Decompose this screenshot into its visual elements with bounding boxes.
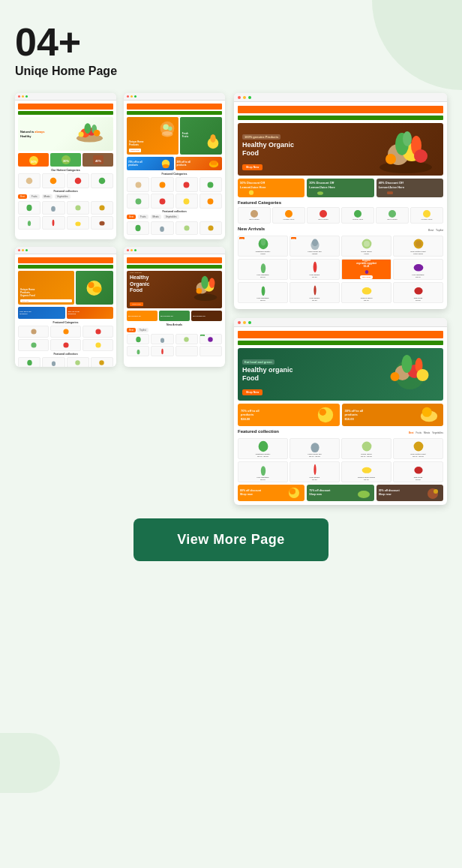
prod-title-4: Raw mutton milletStore name xyxy=(411,251,426,255)
tab-veg: Vegetables xyxy=(55,194,70,199)
counter-display: 04+ xyxy=(15,23,447,62)
rl-hero-img-2 xyxy=(380,350,440,398)
svg-point-49 xyxy=(93,287,102,293)
svg-point-64 xyxy=(209,278,215,288)
svg-point-106 xyxy=(317,407,332,422)
mini-products-row-1 xyxy=(18,173,113,188)
disc-blue-3: 70% off to allproducts xyxy=(18,307,65,319)
mini-nav-bar xyxy=(18,111,113,115)
large-screenshot-2: Eat local and green Healthy organicFood … xyxy=(234,318,447,505)
svg-point-67 xyxy=(160,338,164,342)
mini-featured-grid-sc2 xyxy=(127,221,222,235)
feat-3 xyxy=(67,201,89,215)
prod-title-6: Chilli pepper$1.20 xyxy=(310,274,320,278)
hero-panel-right: FreshFruits xyxy=(180,117,222,155)
rl-nav-1 xyxy=(238,116,443,120)
hero-btn-2: Shop Now xyxy=(129,149,141,152)
rl-cat-circle-5 xyxy=(388,210,396,218)
svg-point-36 xyxy=(159,182,165,188)
svg-point-48 xyxy=(88,282,94,288)
rl-hero-text-2: Eat local and green Healthy organicFood … xyxy=(242,353,293,396)
svg-point-115 xyxy=(314,464,316,474)
d-green-4 xyxy=(134,249,136,251)
sale-tag: SALE xyxy=(200,335,205,336)
svg-rect-34 xyxy=(211,161,218,165)
rl-cat-4: Unique Juice xyxy=(341,207,374,224)
rl-bottom-disc-2: 75% off discountShop now xyxy=(307,485,374,501)
svg-point-68 xyxy=(184,337,188,341)
tab-arr-toplist: Toplist xyxy=(436,229,443,232)
screenshots-grid: Natural is alwaysHealthy xyxy=(15,93,447,505)
svg-point-28 xyxy=(168,126,172,131)
rl-banner-brown-text: 40% Discount OffLemon/Juice Here xyxy=(379,181,404,189)
svg-point-65 xyxy=(196,288,202,294)
svg-point-60 xyxy=(194,294,217,302)
feat-sc2-2 xyxy=(151,221,173,235)
disc-4-1: 50% Discount Off xyxy=(127,311,158,321)
rl-cat-1: Best Selling xyxy=(238,207,271,224)
rl-disc-text-1: 70% off to allproducts$24.00 xyxy=(241,409,260,422)
new-4-4: SALE xyxy=(200,334,222,344)
feat-prod-title-6: Chilli pepper$1.20 xyxy=(310,476,320,481)
rl-feat-prod-5: Fire vegetable$3.40 xyxy=(238,461,288,482)
rl-bottom-disc-text-1: 80% off discountShop now xyxy=(240,489,261,496)
svg-point-23 xyxy=(75,222,80,227)
svg-point-122 xyxy=(434,489,438,494)
svg-point-19 xyxy=(75,205,80,210)
hero-btn-3: Shop Now xyxy=(20,299,72,302)
new-4-2 xyxy=(151,334,173,344)
hero-panel-left: Unique HomeProducts Shop Now xyxy=(127,117,178,155)
rl-feat-grid-1: Vegetable healthy$3.12 - $3.25 Fresh who… xyxy=(238,438,443,459)
rl-feat-prod-4: Raw mutton millet$3.12 - $3.25 xyxy=(393,438,443,459)
new-4-6 xyxy=(151,346,173,356)
rl-cat-circle-4 xyxy=(354,210,362,218)
buy-btn: Buy Now xyxy=(360,275,373,279)
browser-bar-1 xyxy=(15,93,116,101)
prod-title-2: Fresh whole fishMarket xyxy=(308,251,321,255)
svg-point-79 xyxy=(403,131,412,146)
feat-3-3 xyxy=(67,357,89,367)
disc-4-1-text: 50% Discount Off xyxy=(128,315,141,317)
rl-dot-yellow-2 xyxy=(243,321,246,324)
dot-red xyxy=(18,95,20,98)
disc-4-2-text: 30% Discount Off xyxy=(160,315,173,317)
svg-text:40%: 40% xyxy=(94,159,100,163)
svg-point-95 xyxy=(261,286,265,296)
rl-cat-5: Best Selling xyxy=(376,207,409,224)
view-more-button[interactable]: View More Page xyxy=(134,518,328,561)
svg-point-18 xyxy=(52,206,56,212)
feat-3-4 xyxy=(91,357,113,367)
dot-red-2 xyxy=(127,95,129,98)
svg-point-116 xyxy=(362,467,371,473)
prod-title-3: Green melonSalad xyxy=(361,251,371,255)
rl-hero-text-1: 100% genuine Products Healthy OrganicFoo… xyxy=(242,128,294,171)
rl-feat-tabs: Best Fruits Meats Vegetables xyxy=(409,431,443,434)
dot-green xyxy=(26,95,28,98)
cat-3-4 xyxy=(18,339,49,351)
rl-banner-orange: 50% Discount OffLemon/Juice Here xyxy=(238,179,304,197)
rl-title-1: Healthy OrganicFood xyxy=(242,141,294,158)
tab-meats-2: Meats xyxy=(151,215,161,219)
screenshot-3-left: Unique HomeProductsOrganic Food Shop Now xyxy=(15,247,116,367)
section-cats-3: Featured Categories xyxy=(18,321,113,324)
svg-point-27 xyxy=(163,125,168,130)
rl-banner-green: 30% Discount OffLemon/Juice Here xyxy=(307,179,374,197)
svg-point-51 xyxy=(63,329,68,334)
svg-point-52 xyxy=(95,329,100,334)
svg-point-5 xyxy=(79,132,84,137)
banner-1: 50% xyxy=(18,153,49,167)
prod-title-10: Papaya green$2.10 xyxy=(361,297,373,302)
d-red-4 xyxy=(127,249,129,251)
header-section: 04+ Uniqe Home Page xyxy=(15,23,447,78)
cat-3-5 xyxy=(50,339,81,351)
browser-bar-2 xyxy=(124,93,225,101)
disc-orange-text-3: 30% off to allproducts xyxy=(68,311,80,315)
dot-green-2 xyxy=(134,95,136,98)
rl-bottom-disc-1: 80% off discountShop now xyxy=(238,485,304,501)
tag-new-1: NEW xyxy=(239,237,244,239)
rl-eyebrow-2: Eat local and green xyxy=(242,359,274,365)
rl-dot-red-1 xyxy=(238,96,241,99)
svg-point-32 xyxy=(162,164,169,168)
rl-nav-2 xyxy=(238,341,443,345)
rl-browser-bar-2 xyxy=(234,318,447,327)
